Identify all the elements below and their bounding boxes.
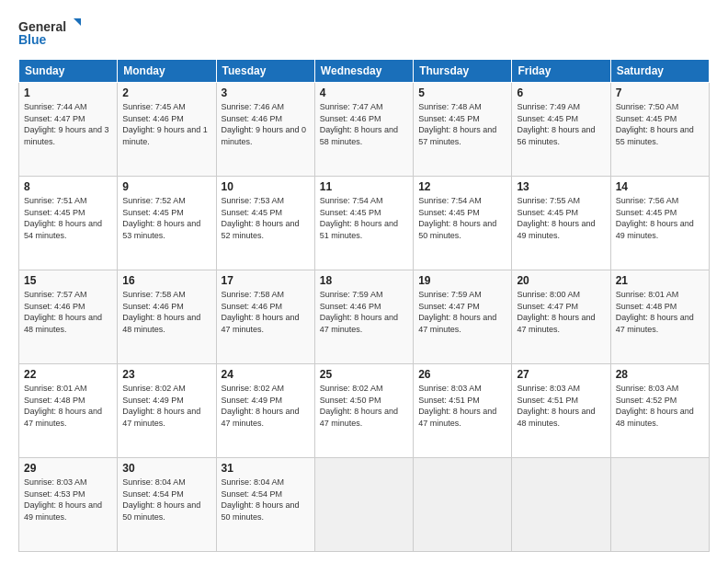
calendar-cell: 7Sunrise: 7:50 AMSunset: 4:45 PMDaylight… [610,83,709,177]
calendar-cell: 25Sunrise: 8:02 AMSunset: 4:50 PMDayligh… [314,364,413,458]
calendar-cell: 26Sunrise: 8:03 AMSunset: 4:51 PMDayligh… [414,364,512,458]
cell-info: Sunrise: 7:59 AMSunset: 4:47 PMDaylight:… [418,290,496,334]
day-number: 13 [517,180,605,193]
day-number: 30 [122,462,210,475]
calendar-cell: 8Sunrise: 7:51 AMSunset: 4:45 PMDaylight… [19,177,118,270]
day-number: 14 [616,180,704,193]
day-number: 12 [418,180,506,193]
calendar-cell: 2Sunrise: 7:45 AMSunset: 4:46 PMDaylight… [118,83,216,177]
day-number: 17 [222,274,310,287]
calendar-cell: 9Sunrise: 7:52 AMSunset: 4:45 PMDaylight… [118,177,216,270]
day-number: 21 [616,274,704,287]
day-number: 15 [24,274,112,287]
week-row-1: 1Sunrise: 7:44 AMSunset: 4:47 PMDaylight… [19,83,710,177]
day-number: 29 [24,462,112,475]
week-row-5: 29Sunrise: 8:03 AMSunset: 4:53 PMDayligh… [19,458,710,552]
weekday-thursday: Thursday [414,60,512,83]
cell-info: Sunrise: 7:58 AMSunset: 4:46 PMDaylight:… [222,290,300,334]
day-number: 22 [24,368,112,381]
weekday-tuesday: Tuesday [216,60,314,83]
cell-info: Sunrise: 8:04 AMSunset: 4:54 PMDaylight:… [122,477,200,522]
calendar-cell: 28Sunrise: 8:03 AMSunset: 4:52 PMDayligh… [610,364,709,458]
calendar-cell: 20Sunrise: 8:00 AMSunset: 4:47 PMDayligh… [512,270,610,364]
day-number: 26 [418,368,506,381]
calendar-cell: 10Sunrise: 7:53 AMSunset: 4:45 PMDayligh… [216,177,314,270]
calendar-cell: 6Sunrise: 7:49 AMSunset: 4:45 PMDaylight… [512,83,610,177]
weekday-monday: Monday [118,60,216,83]
day-number: 10 [222,180,310,193]
day-number: 4 [320,86,408,99]
weekday-header-row: SundayMondayTuesdayWednesdayThursdayFrid… [19,60,710,83]
calendar-cell: 17Sunrise: 7:58 AMSunset: 4:46 PMDayligh… [216,270,314,364]
calendar-cell: 31Sunrise: 8:04 AMSunset: 4:54 PMDayligh… [216,458,314,552]
cell-info: Sunrise: 8:03 AMSunset: 4:51 PMDaylight:… [418,384,496,428]
calendar-cell [314,458,413,552]
cell-info: Sunrise: 7:51 AMSunset: 4:45 PMDaylight:… [24,196,102,240]
calendar-cell: 18Sunrise: 7:59 AMSunset: 4:46 PMDayligh… [314,270,413,364]
weekday-wednesday: Wednesday [314,60,413,83]
cell-info: Sunrise: 8:01 AMSunset: 4:48 PMDaylight:… [616,290,694,334]
calendar-cell: 29Sunrise: 8:03 AMSunset: 4:53 PMDayligh… [19,458,118,552]
day-number: 18 [320,274,408,287]
svg-text:Blue: Blue [18,32,47,47]
day-number: 16 [122,274,210,287]
calendar-cell: 3Sunrise: 7:46 AMSunset: 4:46 PMDaylight… [216,83,314,177]
calendar-cell [414,458,512,552]
calendar-cell: 1Sunrise: 7:44 AMSunset: 4:47 PMDaylight… [19,83,118,177]
cell-info: Sunrise: 7:45 AMSunset: 4:46 PMDaylight:… [122,102,208,146]
calendar-cell: 22Sunrise: 8:01 AMSunset: 4:48 PMDayligh… [19,364,118,458]
calendar-cell [610,458,709,552]
day-number: 2 [122,86,210,99]
cell-info: Sunrise: 7:54 AMSunset: 4:45 PMDaylight:… [320,196,398,240]
calendar-cell: 14Sunrise: 7:56 AMSunset: 4:45 PMDayligh… [610,177,709,270]
cell-info: Sunrise: 7:57 AMSunset: 4:46 PMDaylight:… [24,290,102,334]
calendar-cell: 30Sunrise: 8:04 AMSunset: 4:54 PMDayligh… [118,458,216,552]
day-number: 31 [222,462,310,475]
day-number: 19 [418,274,506,287]
day-number: 28 [616,368,704,381]
cell-info: Sunrise: 8:04 AMSunset: 4:54 PMDaylight:… [222,477,300,522]
day-number: 3 [222,86,310,99]
calendar-cell: 11Sunrise: 7:54 AMSunset: 4:45 PMDayligh… [314,177,413,270]
cell-info: Sunrise: 7:56 AMSunset: 4:45 PMDaylight:… [616,196,694,240]
cell-info: Sunrise: 7:58 AMSunset: 4:46 PMDaylight:… [122,290,200,334]
calendar-cell: 12Sunrise: 7:54 AMSunset: 4:45 PMDayligh… [414,177,512,270]
calendar-cell: 15Sunrise: 7:57 AMSunset: 4:46 PMDayligh… [19,270,118,364]
day-number: 11 [320,180,408,193]
day-number: 25 [320,368,408,381]
cell-info: Sunrise: 7:53 AMSunset: 4:45 PMDaylight:… [222,196,300,240]
cell-info: Sunrise: 7:50 AMSunset: 4:45 PMDaylight:… [616,102,694,146]
calendar-cell [512,458,610,552]
day-number: 6 [517,86,605,99]
day-number: 20 [517,274,605,287]
calendar-cell: 27Sunrise: 8:03 AMSunset: 4:51 PMDayligh… [512,364,610,458]
logo-svg: General Blue [18,17,83,50]
calendar-cell: 19Sunrise: 7:59 AMSunset: 4:47 PMDayligh… [414,270,512,364]
cell-info: Sunrise: 7:48 AMSunset: 4:45 PMDaylight:… [418,102,496,146]
day-number: 24 [222,368,310,381]
week-row-4: 22Sunrise: 8:01 AMSunset: 4:48 PMDayligh… [19,364,710,458]
calendar-cell: 16Sunrise: 7:58 AMSunset: 4:46 PMDayligh… [118,270,216,364]
day-number: 9 [122,180,210,193]
cell-info: Sunrise: 7:59 AMSunset: 4:46 PMDaylight:… [320,290,398,334]
weekday-saturday: Saturday [610,60,709,83]
week-row-2: 8Sunrise: 7:51 AMSunset: 4:45 PMDaylight… [19,177,710,270]
logo: General Blue [18,17,83,50]
day-number: 23 [122,368,210,381]
header: General Blue [18,17,710,50]
cell-info: Sunrise: 7:52 AMSunset: 4:45 PMDaylight:… [122,196,200,240]
cell-info: Sunrise: 7:49 AMSunset: 4:45 PMDaylight:… [517,102,595,146]
calendar-cell: 4Sunrise: 7:47 AMSunset: 4:46 PMDaylight… [314,83,413,177]
day-number: 1 [24,86,112,99]
day-number: 7 [616,86,704,99]
cell-info: Sunrise: 8:03 AMSunset: 4:51 PMDaylight:… [517,384,595,428]
cell-info: Sunrise: 8:02 AMSunset: 4:49 PMDaylight:… [122,384,200,428]
calendar-cell: 23Sunrise: 8:02 AMSunset: 4:49 PMDayligh… [118,364,216,458]
cell-info: Sunrise: 7:55 AMSunset: 4:45 PMDaylight:… [517,196,595,240]
cell-info: Sunrise: 8:02 AMSunset: 4:50 PMDaylight:… [320,384,398,428]
calendar-cell: 21Sunrise: 8:01 AMSunset: 4:48 PMDayligh… [610,270,709,364]
week-row-3: 15Sunrise: 7:57 AMSunset: 4:46 PMDayligh… [19,270,710,364]
cell-info: Sunrise: 8:03 AMSunset: 4:53 PMDaylight:… [24,477,102,522]
day-number: 27 [517,368,605,381]
day-number: 8 [24,180,112,193]
